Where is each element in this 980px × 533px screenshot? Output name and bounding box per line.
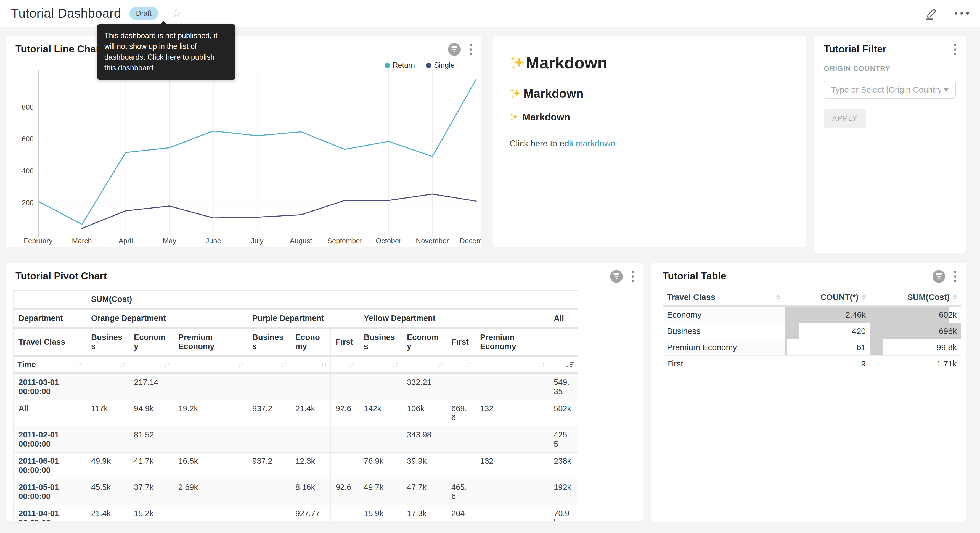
markdown-h2: Markdown	[510, 87, 789, 101]
count-cell: 420	[784, 323, 870, 340]
travel-class-cell: Economy	[663, 306, 784, 323]
pivot-sort-cell[interactable]: ↓↑	[290, 356, 331, 373]
pivot-travel-class-cell: Premium Economy	[173, 328, 247, 356]
sort-toggle-icon[interactable]: ↓↑	[280, 361, 286, 369]
sort-toggle-icon[interactable]: ↓↑	[392, 361, 398, 369]
sort-desc-icon[interactable]: ↓	[565, 361, 574, 369]
markdown-edit-link[interactable]: markdown	[576, 139, 615, 148]
pivot-sort-cell[interactable]: ↓↑	[402, 356, 446, 373]
sort-toggle-icon[interactable]: ↓↑	[119, 361, 125, 369]
pivot-cell: 12.3k	[290, 453, 331, 479]
more-actions-icon[interactable]	[955, 12, 969, 14]
pivot-sort-cell[interactable]: ↓↑	[331, 356, 359, 373]
pivot-sort-cell[interactable]: ↓↑	[86, 356, 129, 373]
sort-toggle-icon[interactable]: ↓↑	[237, 361, 243, 369]
table-row: First91.71k	[663, 356, 961, 372]
filter-panel: Tutorial Filter ORIGIN COUNTRY Type or S…	[814, 36, 966, 253]
markdown-h3-text: Markdown	[522, 112, 570, 123]
pivot-sort-cell[interactable]: ↓↑	[446, 356, 475, 373]
sort-icon[interactable]	[953, 294, 957, 300]
column-header-travel-class[interactable]: Travel Class	[663, 289, 784, 306]
pivot-cell: 8.16k	[290, 479, 331, 505]
kebab-menu-icon[interactable]	[630, 270, 635, 283]
svg-text:March: March	[72, 237, 92, 245]
pivot-table: SUM(Cost)DepartmentOrange DepartmentPurp…	[13, 290, 578, 521]
filter-title: Tutorial Filter	[824, 43, 886, 55]
svg-text:November: November	[416, 237, 449, 245]
legend-item-single[interactable]: Single	[426, 61, 455, 70]
pivot-cell: 117k	[86, 400, 129, 426]
pivot-travel-class-cell: Business	[247, 328, 290, 356]
column-header-count[interactable]: COUNT(*)	[784, 289, 870, 306]
star-outline-icon[interactable]: ☆	[171, 7, 181, 19]
pivot-cell: 343.98	[402, 426, 446, 453]
pivot-cell	[359, 426, 402, 453]
pivot-cell	[475, 479, 549, 505]
pivot-row: 2011-05-01 00:00:0045.5k37.7k2.69k8.16k9…	[14, 479, 578, 505]
pivot-department-cell: All	[549, 309, 578, 328]
svg-text:June: June	[206, 237, 221, 245]
dashboard-grid: Tutorial Line Chart Return Single 200400…	[0, 27, 980, 533]
pivot-department-cell: Purple Department	[247, 309, 359, 328]
pivot-sort-cell-all[interactable]: ↓	[549, 356, 578, 373]
chart-legend: Return Single	[385, 61, 455, 70]
markdown-paragraph-text: Click here to edit	[510, 139, 576, 148]
origin-country-select[interactable]: Type or Select [Origin Country]	[824, 81, 956, 99]
apply-button[interactable]: APPLY	[824, 109, 866, 128]
count-cell: 2.46k	[784, 306, 870, 323]
sort-toggle-icon[interactable]: ↓↑	[349, 361, 355, 369]
markdown-h1: Markdown	[510, 53, 789, 72]
sort-toggle-icon[interactable]: ↓↑	[436, 361, 442, 369]
edit-dashboard-icon[interactable]	[924, 6, 939, 21]
kebab-menu-icon[interactable]	[953, 43, 957, 56]
pivot-chart-panel: Tutorial Pivot Chart SUM(Cost)Department…	[6, 263, 643, 521]
kebab-menu-icon[interactable]	[953, 270, 957, 283]
pivot-time-value: 2011-04-01 00:00:00	[14, 505, 86, 521]
pivot-cell: 106k	[402, 400, 446, 426]
sort-toggle-icon[interactable]: ↓↑	[539, 361, 545, 369]
pivot-sort-cell[interactable]: ↓↑	[129, 356, 173, 373]
sum-cost-cell: 99.8k	[870, 340, 961, 356]
sparkles-icon	[510, 55, 526, 71]
select-placeholder: Type or Select [Origin Country]	[831, 85, 941, 94]
pivot-sort-cell[interactable]: ↓↑	[173, 356, 247, 373]
pivot-cell: 16.5k	[173, 453, 247, 479]
svg-text:September: September	[327, 237, 363, 245]
pivot-cell: 70.9k	[549, 505, 578, 521]
filter-circle-icon[interactable]	[610, 270, 623, 283]
draft-tooltip: This dashboard is not published, it will…	[97, 24, 235, 80]
sort-toggle-icon[interactable]: ↓↑	[76, 361, 82, 369]
svg-text:August: August	[290, 237, 312, 245]
pivot-sort-cell[interactable]: ↓↑	[247, 356, 290, 373]
pivot-time-value: 2011-03-01 00:00:00	[14, 373, 86, 400]
pivot-time-value: 2011-06-01 00:00:00	[14, 453, 86, 479]
legend-item-return[interactable]: Return	[385, 61, 415, 70]
column-header-sum-cost[interactable]: SUM(Cost)	[870, 289, 961, 306]
pivot-cell	[173, 373, 247, 400]
pivot-time-value: All	[14, 400, 86, 426]
svg-text:400: 400	[22, 167, 34, 175]
travel-class-cell: First	[663, 356, 784, 372]
sort-toggle-icon[interactable]: ↓↑	[465, 361, 471, 369]
sort-toggle-icon[interactable]: ↓↑	[321, 361, 326, 369]
sort-toggle-icon[interactable]: ↓↑	[164, 361, 169, 369]
pivot-cell: 238k	[549, 453, 578, 479]
pivot-cell: 217.14	[129, 373, 173, 400]
pivot-sort-cell[interactable]: ↓↑	[359, 356, 402, 373]
svg-text:600: 600	[22, 135, 34, 143]
svg-text:April: April	[118, 237, 133, 245]
sort-icon[interactable]	[862, 294, 866, 300]
pivot-cell	[446, 426, 475, 453]
sum-cost-cell: 1.71k	[870, 356, 961, 372]
filter-circle-icon[interactable]	[932, 270, 945, 283]
chevron-down-icon	[943, 88, 948, 91]
draft-badge[interactable]: Draft	[129, 6, 158, 20]
pivot-cell	[173, 426, 247, 453]
table-panel: Tutorial Table Travel ClassCOUNT(*)SUM(C…	[651, 263, 966, 522]
pivot-cell: 937.2	[247, 400, 290, 426]
pivot-sort-cell[interactable]: ↓↑	[475, 356, 549, 373]
sort-icon[interactable]	[776, 294, 780, 300]
pivot-cell: 15.9k	[359, 505, 402, 521]
pivot-time-header[interactable]: Time↓↑	[14, 356, 86, 373]
line-chart-panel: Tutorial Line Chart Return Single 200400…	[6, 36, 481, 247]
